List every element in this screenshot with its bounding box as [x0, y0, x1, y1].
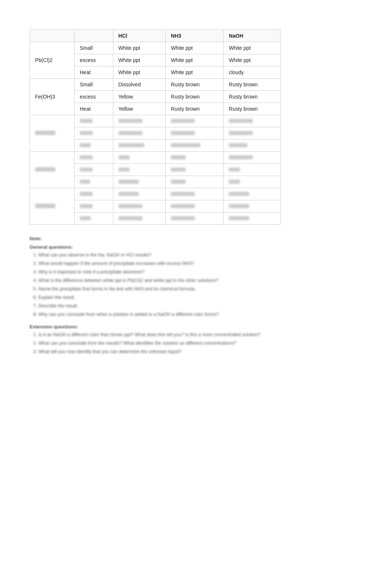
hcl-b2-r1 [113, 152, 166, 164]
table-row: Fe(OH)3 Small Dissolved Rusty brown Rust… [30, 79, 281, 91]
hcl-b3-r3 [113, 213, 166, 225]
nh3-b1-r1 [166, 115, 224, 127]
table-row: Pb(Cl)2 Small White ppt White ppt White … [30, 42, 281, 54]
compound-label-blurred2 [30, 152, 75, 188]
hcl-b2-r3 [113, 176, 166, 188]
amount-small: Small [74, 42, 113, 54]
note-label: Note: [30, 236, 362, 241]
hcl-b1-r2 [113, 127, 166, 139]
list-item: What can you conclude from the results? … [38, 339, 362, 347]
naoh-feoh3-excess: Rusty brown [224, 91, 281, 103]
amount-b1-r3 [74, 139, 113, 152]
nh3-b3-r3 [166, 213, 224, 225]
table-row [30, 115, 281, 127]
nh3-b3-r2 [166, 200, 224, 213]
naoh-b3-r1 [224, 188, 281, 200]
nh3-pbcl2-heat: White ppt [166, 66, 224, 79]
list-item: What is the difference between white ppt… [38, 277, 362, 284]
list-item: What will you now identify that you can … [38, 348, 362, 355]
general-questions-list: What can you observe in the Na, NaOH or … [30, 251, 362, 318]
extension-questions-list: Is it an NaOH a different color than bro… [30, 331, 362, 355]
table-row [30, 152, 281, 164]
header-naoh: NaOH [224, 30, 281, 42]
nh3-b2-r3 [166, 176, 224, 188]
list-item: Describe the result. [38, 302, 362, 310]
extension-questions-label: Extension questions: [30, 324, 362, 330]
note-section: Note: [30, 236, 362, 241]
naoh-pbcl2-excess: White ppt [224, 54, 281, 66]
general-questions-section: General questions: What can you observe … [30, 244, 362, 318]
hcl-pbcl2-excess: White ppt [113, 54, 166, 66]
amount-b3-r1 [74, 188, 113, 200]
amount-excess-fe: excess [74, 91, 113, 103]
extension-questions-section: Extension questions: Is it an NaOH a dif… [30, 324, 362, 355]
hcl-feoh3-small: Dissolved [113, 79, 166, 91]
hcl-pbcl2-small: White ppt [113, 42, 166, 54]
list-item: Why can you conclude from when a solutio… [38, 311, 362, 318]
list-item: What would happen if the amount of preci… [38, 260, 362, 267]
amount-excess: excess [74, 54, 113, 66]
header-hcl: HCl [113, 30, 166, 42]
naoh-b2-r3 [224, 176, 281, 188]
hcl-feoh3-heat: Yellow [113, 103, 166, 115]
nh3-feoh3-small: Rusty brown [166, 79, 224, 91]
compound-label-pbcl2: Pb(Cl)2 [30, 42, 75, 79]
nh3-pbcl2-small: White ppt [166, 42, 224, 54]
nh3-b2-r1 [166, 152, 224, 164]
nh3-feoh3-excess: Rusty brown [166, 91, 224, 103]
amount-b1-r2 [74, 127, 113, 139]
compound-label-blurred3 [30, 188, 75, 225]
naoh-feoh3-small: Rusty brown [224, 79, 281, 91]
amount-b2-r2 [74, 164, 113, 176]
hcl-pbcl2-heat: White ppt [113, 66, 166, 79]
naoh-pbcl2-heat: cloudy [224, 66, 281, 79]
list-item: What can you observe in the Na, NaOH or … [38, 251, 362, 259]
naoh-b3-r2 [224, 200, 281, 213]
nh3-b2-r2 [166, 164, 224, 176]
chemistry-table: HCl NH3 NaOH Pb(Cl)2 Small White ppt Whi… [30, 30, 281, 225]
header-nh3: NH3 [166, 30, 224, 42]
general-questions-label: General questions: [30, 244, 362, 250]
nh3-b1-r2 [166, 127, 224, 139]
hcl-feoh3-excess: Yellow [113, 91, 166, 103]
hcl-b3-r1 [113, 188, 166, 200]
amount-b3-r2 [74, 200, 113, 213]
naoh-b3-r3 [224, 213, 281, 225]
header-compound [30, 30, 75, 42]
amount-b2-r1 [74, 152, 113, 164]
list-item: Explain the result. [38, 294, 362, 301]
amount-small-fe: Small [74, 79, 113, 91]
compound-label-blurred1 [30, 115, 75, 152]
nh3-b3-r1 [166, 188, 224, 200]
naoh-b1-r2 [224, 127, 281, 139]
amount-b2-r3 [74, 176, 113, 188]
naoh-b1-r1 [224, 115, 281, 127]
naoh-b2-r2 [224, 164, 281, 176]
amount-b3-r3 [74, 213, 113, 225]
table-row [30, 188, 281, 200]
amount-heat: Heat [74, 66, 113, 79]
nh3-feoh3-heat: Rusty brown [166, 103, 224, 115]
hcl-b1-r3 [113, 139, 166, 152]
list-item: Is it an NaOH a different color than bro… [38, 331, 362, 338]
amount-b1-r1 [74, 115, 113, 127]
hcl-b2-r2 [113, 164, 166, 176]
hcl-b3-r2 [113, 200, 166, 213]
hcl-b1-r1 [113, 115, 166, 127]
list-item: Name the precipitate that forms in Na te… [38, 285, 362, 293]
naoh-pbcl2-small: White ppt [224, 42, 281, 54]
naoh-b2-r1 [224, 152, 281, 164]
chemistry-table-wrapper: HCl NH3 NaOH Pb(Cl)2 Small White ppt Whi… [30, 30, 362, 225]
nh3-b1-r3 [166, 139, 224, 152]
compound-label-feoh3: Fe(OH)3 [30, 79, 75, 115]
nh3-pbcl2-excess: White ppt [166, 54, 224, 66]
naoh-feoh3-heat: Rusty brown [224, 103, 281, 115]
header-amount [74, 30, 113, 42]
amount-heat-fe: Heat [74, 103, 113, 115]
naoh-b1-r3 [224, 139, 281, 152]
list-item: Why is it important to note if a precipi… [38, 268, 362, 276]
